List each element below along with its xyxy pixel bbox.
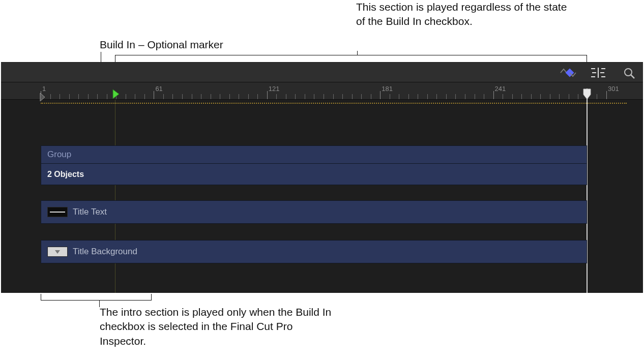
ruler-tick-minor [342,94,343,99]
ruler-tick-minor [390,94,390,99]
ruler-tick-minor [314,94,314,99]
ruler-tick-label: 301 [608,85,619,93]
group-body-track[interactable]: 2 Objects [41,164,587,185]
ruler-tick-minor [144,94,145,99]
ruler-tick-minor [559,94,560,99]
ruler-tick-major [267,91,268,99]
zoom-icon[interactable] [623,67,636,80]
ruler-tick-major [380,91,380,99]
snap-icon[interactable] [589,67,607,79]
ruler-tick-minor [569,94,569,99]
ruler-tick-minor [257,94,258,99]
ruler-tick-minor [484,94,484,99]
track-thumbnail [47,207,68,217]
ruler-tick-label: 241 [495,85,506,93]
ruler-tick-minor [521,94,522,99]
group-header-track[interactable]: Group [41,145,587,164]
ruler-tick-minor [126,94,126,99]
ruler-tick-minor [220,94,220,99]
ruler-tick-minor [163,94,164,99]
ruler-tick-minor [531,94,532,99]
ruler-tick-minor [324,94,324,99]
ruler-tick-minor [229,94,230,99]
ruler-tick-minor [465,94,465,99]
group-label: Group [47,149,71,160]
ruler-tick-minor [436,94,437,99]
ruler-tick-minor [201,94,201,99]
ruler-tick-minor [50,94,51,99]
ruler-tick-minor [135,94,135,99]
ruler-tick-minor [352,94,353,99]
title-text-track[interactable]: Title Text [41,200,587,224]
ruler-tick-major [154,91,154,99]
track-thumbnail [47,247,68,257]
ruler-tick-minor [503,94,503,99]
ruler-tick-minor [408,94,409,99]
ruler-tick-minor [333,94,334,99]
track-label: Title Text [73,207,107,217]
ruler-tick-label: 121 [269,85,280,93]
objects-count-label: 2 Objects [47,170,84,179]
ruler-tick-major [606,91,607,99]
ruler-tick-minor [578,94,578,99]
ruler-tick-minor [475,94,475,99]
ruler-tick-minor [239,94,239,99]
timeline-body[interactable]: Group 2 Objects Title Text Title Backgro… [1,100,643,293]
ruler-tick-minor [88,94,89,99]
ruler-tick-minor [192,94,192,99]
ruler-tick-minor [550,94,550,99]
ruler-tick-minor [172,94,173,99]
callout-top-right: This section is played regardless of the… [356,0,570,29]
keyframe-icon[interactable] [560,68,577,77]
ruler-tick-minor [248,94,249,99]
ruler-tick-minor [295,94,296,99]
ruler-tick-minor [211,94,211,99]
ruler-tick-minor [69,94,70,99]
svg-point-8 [625,69,632,76]
ruler-tick-minor [446,94,447,99]
ruler-tick-minor [182,94,183,99]
build-in-marker[interactable] [112,88,120,100]
ruler-tick-minor [60,94,60,99]
callout-bottom: The intro section is played only when th… [100,305,339,348]
ruler-tick-minor [540,94,541,99]
ruler-tick-minor [305,94,305,99]
ruler-tick-label: 61 [155,85,162,93]
title-background-track[interactable]: Title Background [41,240,587,263]
timeline-ruler[interactable]: 161121181241301 [1,82,643,100]
ruler-tick-label: 181 [382,85,393,93]
ruler-tick-minor [597,94,597,99]
ruler-tick-minor [371,94,371,99]
play-range-indicator [41,103,627,104]
ruler-tick-minor [286,94,286,99]
timeline-toolbar [1,62,643,82]
ruler-tick-minor [427,94,428,99]
ruler-tick-label: 1 [42,85,46,93]
ruler-tick-minor [107,94,107,99]
ruler-tick-minor [418,94,418,99]
ruler-tick-major [493,91,494,99]
ruler-tick-minor [361,94,362,99]
build-in-marker-line [115,100,115,293]
ruler-tick-minor [276,94,277,99]
svg-line-9 [631,75,634,78]
ruler-tick-minor [78,94,79,99]
callout-top-left: Build In – Optional marker [100,38,223,52]
top-right-bracket [115,51,587,62]
ruler-tick-minor [455,94,456,99]
ruler-tick-minor [399,94,399,99]
ruler-tick-minor [512,94,513,99]
track-label: Title Background [73,247,137,257]
bottom-bracket [41,294,152,304]
play-range-begin-marker[interactable] [40,93,46,102]
ruler-tick-minor [97,94,98,99]
timeline-panel: 161121181241301 Group [1,62,643,293]
